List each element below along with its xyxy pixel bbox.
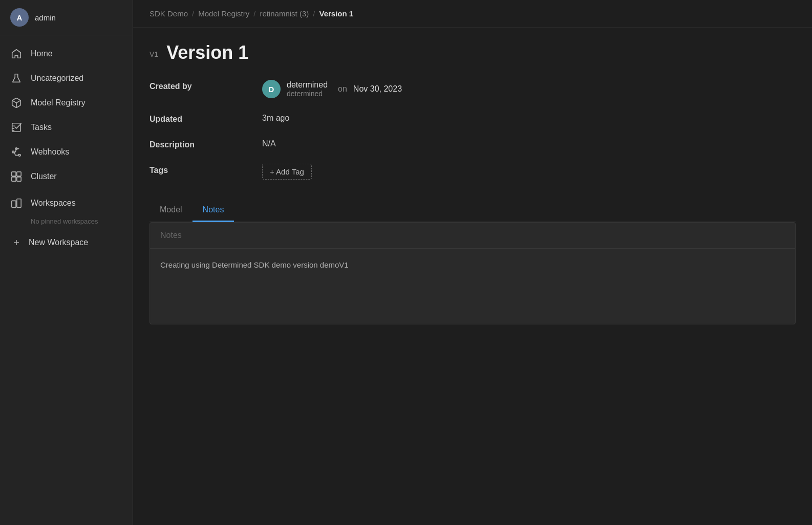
version-badge: V1 <box>149 47 158 58</box>
sidebar-item-model-registry-label: Model Registry <box>31 98 86 107</box>
add-tag-button[interactable]: + Add Tag <box>262 164 312 180</box>
breadcrumb-sep-1: / <box>192 9 194 18</box>
notes-container: Notes Creating using Determined SDK demo… <box>149 222 796 324</box>
tasks-icon <box>10 121 23 134</box>
svg-rect-10 <box>12 177 16 181</box>
description-text: N/A <box>262 139 276 148</box>
notes-body: Creating using Determined SDK demo versi… <box>150 249 795 281</box>
svg-rect-13 <box>17 199 21 208</box>
sidebar-header: A admin <box>0 0 133 35</box>
page-content: V1 Version 1 Created by D determined det… <box>133 28 812 525</box>
sidebar-nav: Home Uncategorized Model Registry Tasks <box>0 35 133 525</box>
workspaces-section: Workspaces No pinned workspaces <box>0 189 133 231</box>
creator-name-block: determined determined <box>287 80 328 98</box>
sidebar: A admin Home Uncategorized Model Registr… <box>0 0 133 525</box>
notes-placeholder: Notes <box>160 231 182 239</box>
sidebar-item-tasks-label: Tasks <box>31 123 52 132</box>
sidebar-item-cluster-label: Cluster <box>31 172 57 181</box>
page-title-row: V1 Version 1 <box>149 42 796 63</box>
sidebar-item-webhooks[interactable]: Webhooks <box>0 140 133 164</box>
webhooks-icon <box>10 146 23 158</box>
avatar: A <box>10 8 29 27</box>
created-by-value: D determined determined on Nov 30, 2023 <box>262 80 796 98</box>
breadcrumb-version1: Version 1 <box>319 9 353 18</box>
breadcrumb: SDK Demo / Model Registry / retinamnist … <box>133 0 812 28</box>
new-workspace-button[interactable]: + New Workspace <box>0 231 133 254</box>
tags-label: Tags <box>149 164 262 180</box>
svg-rect-8 <box>12 172 16 176</box>
sidebar-item-uncategorized-label: Uncategorized <box>31 74 83 83</box>
box-icon <box>10 97 23 109</box>
home-icon <box>10 48 23 60</box>
svg-rect-11 <box>17 177 21 181</box>
breadcrumb-model-registry[interactable]: Model Registry <box>198 9 249 18</box>
sidebar-item-webhooks-label: Webhooks <box>31 147 69 157</box>
updated-label: Updated <box>149 113 262 124</box>
tags-value: + Add Tag <box>262 164 796 180</box>
no-pinned-workspaces-label: No pinned workspaces <box>0 215 133 229</box>
on-text: on <box>338 84 347 94</box>
sidebar-item-model-registry[interactable]: Model Registry <box>0 91 133 115</box>
created-by-label: Created by <box>149 80 262 98</box>
sidebar-item-workspaces-label: Workspaces <box>31 199 76 208</box>
sidebar-item-home[interactable]: Home <box>0 41 133 66</box>
breadcrumb-sdk-demo[interactable]: SDK Demo <box>149 9 188 18</box>
sidebar-item-tasks[interactable]: Tasks <box>0 115 133 140</box>
svg-rect-9 <box>17 172 21 176</box>
tab-model[interactable]: Model <box>149 200 193 222</box>
breadcrumb-sep-2: / <box>253 9 255 18</box>
svg-rect-12 <box>12 201 16 207</box>
sidebar-item-home-label: Home <box>31 49 53 58</box>
page-title: Version 1 <box>166 42 248 63</box>
creator-avatar: D <box>262 80 281 98</box>
updated-time: 3m ago <box>262 114 289 123</box>
tabs: Model Notes <box>149 200 796 222</box>
cluster-icon <box>10 170 23 183</box>
sidebar-username: admin <box>35 13 56 22</box>
tab-notes[interactable]: Notes <box>193 200 234 222</box>
notes-header: Notes <box>150 223 795 249</box>
created-date: Nov 30, 2023 <box>353 84 402 94</box>
updated-value: 3m ago <box>262 113 796 124</box>
breadcrumb-retinamnist[interactable]: retinamnist (3) <box>260 9 309 18</box>
flask-icon <box>10 72 23 84</box>
plus-icon: + <box>10 236 23 249</box>
sidebar-item-uncategorized[interactable]: Uncategorized <box>0 66 133 91</box>
description-label: Description <box>149 138 262 149</box>
sidebar-item-workspaces[interactable]: Workspaces <box>0 191 133 215</box>
new-workspace-label: New Workspace <box>29 238 88 247</box>
main-content: SDK Demo / Model Registry / retinamnist … <box>133 0 812 525</box>
description-value: N/A <box>262 138 796 149</box>
notes-content: Creating using Determined SDK demo versi… <box>160 260 349 269</box>
creator-name: determined <box>287 80 328 90</box>
workspaces-icon <box>10 197 23 209</box>
meta-table: Created by D determined determined on No… <box>149 80 796 180</box>
sidebar-item-cluster[interactable]: Cluster <box>0 164 133 189</box>
breadcrumb-sep-3: / <box>313 9 315 18</box>
creator-sub: determined <box>287 90 328 98</box>
